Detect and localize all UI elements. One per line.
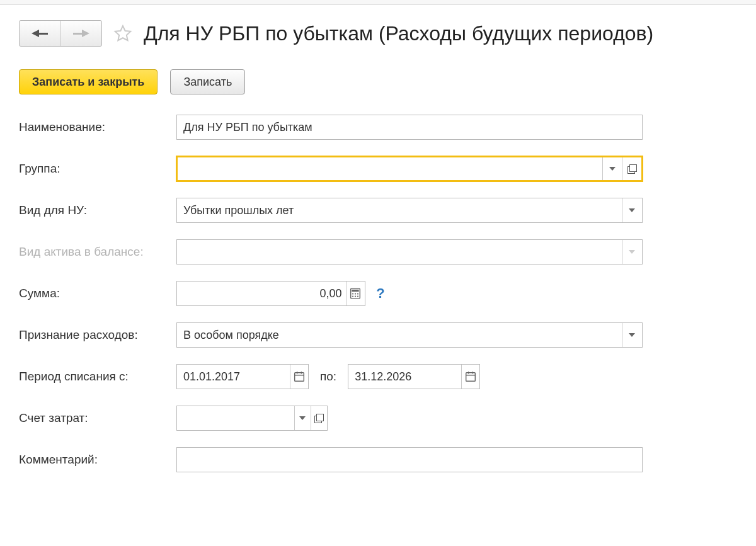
favorite-star-button[interactable] [112,23,134,44]
svg-rect-8 [295,373,304,382]
recognition-dropdown-button[interactable] [622,323,643,347]
page-title: Для НУ РБП по убыткам (Расходы будущих п… [144,22,653,45]
label-cost-account: Счет затрат: [19,411,176,425]
nu-type-field[interactable] [176,198,643,223]
save-button[interactable]: Записать [170,69,245,94]
label-group: Группа: [19,162,176,176]
svg-point-5 [352,295,353,297]
label-comment: Комментарий: [19,453,176,467]
row-cost-account: Счет затрат: [19,406,655,431]
name-field[interactable] [176,115,643,140]
comment-field[interactable] [176,447,643,472]
save-and-close-button[interactable]: Записать и закрыть [19,69,158,94]
comment-input[interactable] [177,448,642,472]
label-period-to: по: [320,370,336,384]
label-name: Наименование: [19,120,176,134]
calendar-icon [465,371,476,382]
svg-point-6 [355,295,356,297]
label-amount: Сумма: [19,287,176,300]
name-input[interactable] [177,115,642,139]
group-dropdown-button[interactable] [602,157,622,180]
row-group: Группа: [19,156,655,181]
period-to-input[interactable] [348,365,461,389]
row-name: Наименование: [19,115,655,140]
svg-point-2 [352,293,353,294]
asset-type-dropdown-button [622,240,643,264]
label-period-from: Период списания с: [19,370,176,384]
amount-help-button[interactable]: ? [374,285,387,302]
cost-account-dropdown-button[interactable] [294,406,311,430]
svg-point-7 [357,295,358,297]
chevron-down-icon [629,208,635,212]
amount-calc-button[interactable] [346,282,365,305]
asset-type-input [177,240,622,264]
calendar-icon [294,371,305,382]
cost-account-field[interactable] [176,406,328,431]
period-from-calendar-button[interactable] [290,365,308,389]
amount-field[interactable] [176,281,365,306]
row-amount: Сумма: ? [19,281,655,306]
period-from-field[interactable] [176,364,309,389]
open-dialog-icon [314,414,323,423]
chevron-down-icon [629,250,635,254]
arrow-left-icon [32,30,48,37]
toolbar: Записать и закрыть Записать [19,69,737,94]
chevron-down-icon [299,416,306,420]
form: Наименование: Группа: Вид для НУ: Вид ак… [19,115,655,472]
period-to-field[interactable] [348,364,480,389]
star-icon [113,24,132,43]
row-comment: Комментарий: [19,447,655,472]
chevron-down-icon [629,333,635,337]
label-nu-type: Вид для НУ: [19,203,176,217]
svg-point-4 [357,293,358,294]
open-dialog-icon [627,164,636,173]
chevron-down-icon [609,167,616,171]
row-period: Период списания с: по: [19,364,655,389]
nav-buttons [19,20,102,47]
cost-account-input[interactable] [177,406,294,430]
form-page: Для НУ РБП по убыткам (Расходы будущих п… [0,5,756,487]
calculator-icon [350,288,361,299]
recognition-field[interactable] [176,322,643,348]
recognition-input[interactable] [177,323,622,347]
header: Для НУ РБП по убыткам (Расходы будущих п… [19,20,737,47]
asset-type-field [176,239,643,264]
period-to-calendar-button[interactable] [461,365,479,389]
window-tabs-bar [0,0,756,5]
nu-type-input[interactable] [177,198,622,222]
svg-point-3 [355,293,356,294]
group-input[interactable] [178,157,602,180]
row-nu-type: Вид для НУ: [19,198,655,223]
amount-input[interactable] [177,282,346,305]
cost-account-open-button[interactable] [311,406,327,430]
svg-rect-1 [352,290,359,292]
row-recognition: Признание расходов: [19,322,655,348]
period-from-input[interactable] [177,365,290,389]
arrow-right-icon [73,30,89,37]
group-open-button[interactable] [622,157,641,180]
nav-forward-button[interactable] [60,21,102,46]
svg-rect-12 [466,373,476,382]
row-asset-type: Вид актива в балансе: [19,239,655,264]
label-asset-type: Вид актива в балансе: [19,245,176,259]
nu-type-dropdown-button[interactable] [622,198,643,222]
nav-back-button[interactable] [20,21,60,46]
label-recognition: Признание расходов: [19,328,176,342]
group-field[interactable] [176,156,643,181]
